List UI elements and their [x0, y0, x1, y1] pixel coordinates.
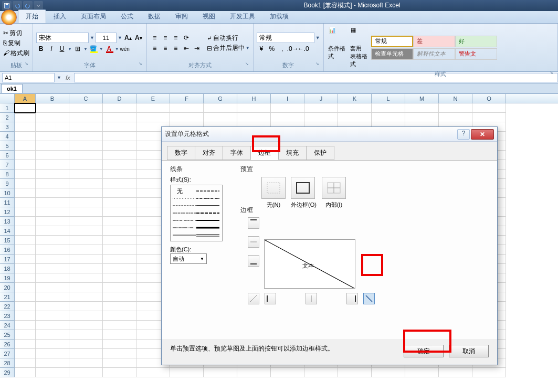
cell[interactable] — [15, 255, 36, 264]
cell[interactable] — [69, 273, 103, 283]
qat-more-icon[interactable] — [34, 1, 43, 10]
cell[interactable] — [69, 188, 103, 198]
conditional-format-button[interactable]: 📊 条件格式 — [327, 26, 347, 69]
tab-insert[interactable]: 插入 — [46, 10, 73, 23]
merge-center-button[interactable]: ⊟合并后居中▼ — [207, 44, 250, 52]
cell[interactable] — [15, 273, 36, 283]
cell[interactable] — [338, 113, 372, 122]
line-style-5[interactable] — [173, 224, 196, 231]
row-head[interactable]: 6 — [0, 151, 15, 160]
col-head[interactable]: A — [15, 94, 36, 103]
cell[interactable] — [237, 368, 271, 377]
cell[interactable] — [103, 198, 136, 207]
cell[interactable] — [170, 113, 204, 122]
border-diag-down-button[interactable] — [363, 293, 375, 304]
office-button[interactable] — [1, 9, 17, 25]
cell[interactable] — [204, 113, 237, 122]
cell[interactable] — [36, 349, 69, 358]
col-head[interactable]: J — [304, 94, 338, 103]
col-head[interactable]: G — [204, 94, 237, 103]
cell[interactable] — [15, 160, 36, 169]
cell[interactable] — [15, 264, 36, 273]
cell[interactable] — [271, 368, 304, 377]
cell[interactable] — [69, 160, 103, 169]
row-head[interactable]: 16 — [0, 245, 15, 255]
cell[interactable] — [103, 302, 136, 311]
cell[interactable] — [15, 103, 36, 113]
indent-dec-icon[interactable]: ⇤ — [182, 44, 191, 53]
row-head[interactable]: 12 — [0, 207, 15, 217]
row-head[interactable]: 26 — [0, 340, 15, 349]
line-style-4[interactable] — [173, 217, 196, 224]
cell[interactable] — [69, 151, 103, 160]
tab-data[interactable]: 数据 — [141, 10, 168, 23]
row-head[interactable]: 20 — [0, 283, 15, 292]
cell[interactable] — [15, 188, 36, 198]
font-color-button[interactable]: A — [104, 44, 114, 54]
cell[interactable] — [36, 113, 69, 122]
cell[interactable] — [36, 321, 69, 330]
row-head[interactable]: 23 — [0, 311, 15, 321]
align-center-icon[interactable]: ≡ — [161, 44, 170, 53]
line-style-9[interactable] — [196, 202, 220, 209]
border-top-button[interactable] — [248, 217, 259, 229]
color-select[interactable]: 自动▼ — [170, 253, 207, 264]
cell[interactable] — [36, 340, 69, 349]
cell[interactable] — [15, 169, 36, 179]
bold-button[interactable]: B — [36, 44, 46, 54]
cell[interactable] — [15, 236, 36, 245]
tab-home[interactable]: 开始 — [18, 9, 46, 23]
style-warn[interactable]: 警告文 — [455, 48, 497, 60]
font-size-select[interactable] — [96, 33, 117, 43]
cell[interactable] — [103, 368, 136, 377]
cell[interactable] — [36, 330, 69, 340]
border-button[interactable]: ⊞ — [73, 44, 82, 54]
cell[interactable] — [69, 255, 103, 264]
dlg-tab-protect[interactable]: 保护 — [306, 146, 334, 160]
underline-button[interactable]: U — [57, 44, 67, 54]
fill-color-button[interactable]: 🪣 — [89, 44, 98, 54]
style-explain[interactable]: 解释性文本 — [413, 48, 455, 60]
row-head[interactable]: 1 — [0, 103, 15, 113]
line-style-10[interactable] — [196, 209, 220, 217]
cell[interactable] — [36, 179, 69, 188]
align-bottom-icon[interactable]: ≡ — [171, 33, 181, 43]
col-head[interactable]: K — [338, 94, 372, 103]
cell[interactable] — [15, 122, 36, 132]
fx-icon[interactable]: fx — [66, 75, 70, 81]
cell[interactable] — [36, 169, 69, 179]
redo-icon[interactable] — [23, 1, 33, 10]
cell[interactable] — [69, 245, 103, 255]
cell[interactable] — [36, 103, 69, 113]
cell[interactable] — [15, 226, 36, 236]
cell[interactable] — [69, 132, 103, 141]
phonetic-button[interactable]: wén — [120, 44, 130, 54]
name-box[interactable] — [2, 73, 55, 82]
row-head[interactable]: 28 — [0, 358, 15, 368]
col-head[interactable]: C — [69, 94, 103, 103]
cell[interactable] — [15, 179, 36, 188]
align-right-icon[interactable]: ≡ — [171, 44, 181, 53]
cell[interactable] — [103, 321, 136, 330]
border-vmid-button[interactable] — [306, 293, 317, 304]
row-head[interactable]: 7 — [0, 160, 15, 169]
dlg-tab-align[interactable]: 对齐 — [195, 146, 223, 160]
tab-developer[interactable]: 开发工具 — [223, 10, 262, 23]
style-check[interactable]: 检查单元格 — [371, 48, 413, 60]
line-style-11[interactable] — [196, 217, 220, 224]
cell[interactable] — [69, 330, 103, 340]
cell[interactable] — [170, 368, 204, 377]
row-head[interactable]: 27 — [0, 349, 15, 358]
row-head[interactable]: 25 — [0, 330, 15, 340]
cell[interactable] — [237, 113, 271, 122]
cell[interactable] — [204, 103, 237, 113]
cell[interactable] — [103, 340, 136, 349]
cell[interactable] — [103, 207, 136, 217]
cell[interactable] — [472, 368, 506, 377]
cell[interactable] — [36, 368, 69, 377]
line-style-6[interactable] — [173, 231, 196, 239]
cell[interactable] — [69, 292, 103, 302]
cell[interactable] — [69, 103, 103, 113]
cell[interactable] — [69, 358, 103, 368]
cell[interactable] — [103, 330, 136, 340]
